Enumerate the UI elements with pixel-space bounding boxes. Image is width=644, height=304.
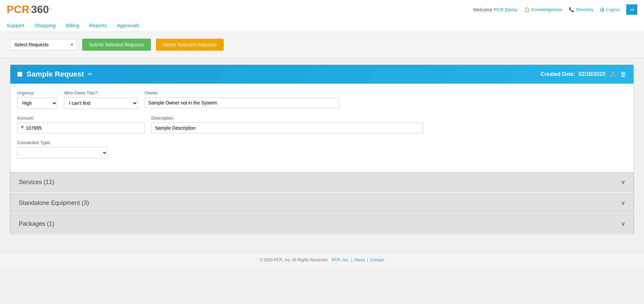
account-label: Account:	[17, 116, 145, 121]
power-icon: ⏻	[600, 7, 604, 12]
description-input[interactable]	[151, 123, 423, 133]
packages-section: Packages (1) ∨	[10, 214, 634, 234]
owner-group: Owner:	[145, 90, 339, 108]
header-links: 📋 Knowledgebase 📞 Directory ⏻ Logout	[524, 7, 620, 12]
who-owns-label: Who Owns This?:	[64, 90, 138, 95]
knowledgebase-link[interactable]: 📋 Knowledgebase	[524, 7, 562, 12]
services-chevron-icon: ∨	[621, 178, 625, 186]
submit-selected-button[interactable]: Submit Selected Requests	[82, 39, 151, 51]
packages-title: Packages (1)	[19, 220, 54, 227]
connection-type-label: Connection Type:	[17, 140, 108, 145]
who-owns-group: Who Owns This?: I can't find Me Someone …	[64, 90, 138, 109]
request-header-right: Created Date: 02/18/2020 ⚠ 🗑	[540, 70, 627, 79]
account-wrapper: 📍	[17, 123, 145, 133]
connection-type-select[interactable]	[17, 147, 108, 159]
logo-tm: ™	[49, 8, 52, 11]
nav-shopping[interactable]: Shopping	[35, 23, 56, 28]
owner-label: Owner:	[145, 90, 339, 95]
nav-reports[interactable]: Reports	[89, 23, 107, 28]
main-content: Sample Request ✏ Created Date: 02/18/202…	[0, 58, 644, 247]
account-input[interactable]	[17, 123, 145, 133]
form-row-3: Connection Type:	[17, 140, 627, 159]
about-link[interactable]: About	[354, 258, 365, 262]
description-group: Description:	[151, 116, 423, 133]
standalone-equipment-section: Standalone Equipment (3) ∨	[10, 193, 634, 213]
standalone-chevron-icon: ∨	[621, 199, 625, 207]
packages-section-header[interactable]: Packages (1) ∨	[11, 214, 633, 233]
header: PCR • 360 ™ Welcome PCR Demo 📋 Knowledge…	[0, 0, 644, 32]
copyright-text: © 2020 PCR, Inc. All Rights Reserved.	[260, 258, 328, 262]
contact-link[interactable]: Contact	[370, 258, 384, 262]
standalone-equipment-header[interactable]: Standalone Equipment (3) ∨	[11, 193, 633, 213]
warning-icon: ⚠	[609, 70, 616, 79]
logo: PCR • 360 ™	[7, 3, 52, 16]
request-card: Sample Request ✏ Created Date: 02/18/202…	[10, 64, 634, 235]
select-requests-dropdown[interactable]: Select Requests Select All Deselect All	[10, 39, 77, 50]
nav-billing[interactable]: Billing	[66, 23, 79, 28]
request-header: Sample Request ✏ Created Date: 02/18/202…	[10, 65, 634, 84]
nav-approvals[interactable]: Approvals	[117, 23, 140, 28]
welcome-user: PCR Demo	[494, 7, 518, 12]
form-row-1: Urgency: High Medium Low Who Owns This?:…	[17, 90, 627, 109]
logout-link[interactable]: ⏻ Logout	[600, 7, 620, 12]
packages-chevron-icon: ∨	[621, 220, 625, 227]
created-date-label: Created Date: 02/18/2020	[540, 71, 605, 77]
logo-360: 360	[31, 3, 49, 16]
trash-icon[interactable]: 🗑	[620, 71, 627, 78]
footer: © 2020 PCR, Inc. All Rights Reserved. PC…	[0, 253, 644, 266]
request-header-left: Sample Request ✏	[17, 70, 93, 79]
pcr-inc-link[interactable]: PCR, Inc.	[332, 258, 349, 262]
request-checkbox[interactable]	[17, 72, 22, 77]
description-label: Description:	[151, 116, 423, 121]
urgency-group: Urgency: High Medium Low	[17, 90, 57, 109]
form-row-2: Account: 📍 Description:	[17, 116, 627, 133]
edit-icon[interactable]: ✏	[88, 71, 93, 78]
welcome-text: Welcome PCR Demo	[473, 7, 518, 12]
exit-button[interactable]: ⇒	[626, 4, 637, 15]
services-section-header[interactable]: Services (11) ∨	[11, 172, 633, 192]
delete-selected-button[interactable]: Delete Selected Requests	[156, 39, 224, 51]
knowledgebase-icon: 📋	[524, 7, 530, 12]
phone-icon: 📞	[569, 7, 574, 12]
toolbar: Select Requests Select All Deselect All …	[0, 32, 644, 58]
nav: Support Shopping Billing Reports Approva…	[7, 19, 637, 32]
logo-pcr: PCR	[7, 3, 30, 16]
nav-support[interactable]: Support	[7, 23, 24, 28]
header-top: PCR • 360 ™ Welcome PCR Demo 📋 Knowledge…	[7, 0, 637, 19]
request-body: Urgency: High Medium Low Who Owns This?:…	[10, 84, 634, 172]
who-owns-select[interactable]: I can't find Me Someone Else	[64, 97, 138, 109]
account-pin-icon: 📍	[20, 126, 25, 130]
owner-input[interactable]	[145, 97, 339, 108]
directory-link[interactable]: 📞 Directory	[569, 7, 593, 12]
services-section: Services (11) ∨	[10, 172, 634, 192]
urgency-label: Urgency:	[17, 90, 57, 95]
request-title: Sample Request	[26, 70, 84, 79]
services-title: Services (11)	[19, 179, 54, 186]
standalone-equipment-title: Standalone Equipment (3)	[19, 200, 89, 207]
connection-type-group: Connection Type:	[17, 140, 108, 159]
urgency-select[interactable]: High Medium Low	[17, 97, 57, 109]
header-right: Welcome PCR Demo 📋 Knowledgebase 📞 Direc…	[473, 4, 637, 15]
select-requests-wrapper: Select Requests Select All Deselect All	[10, 39, 77, 50]
account-group: Account: 📍	[17, 116, 145, 133]
